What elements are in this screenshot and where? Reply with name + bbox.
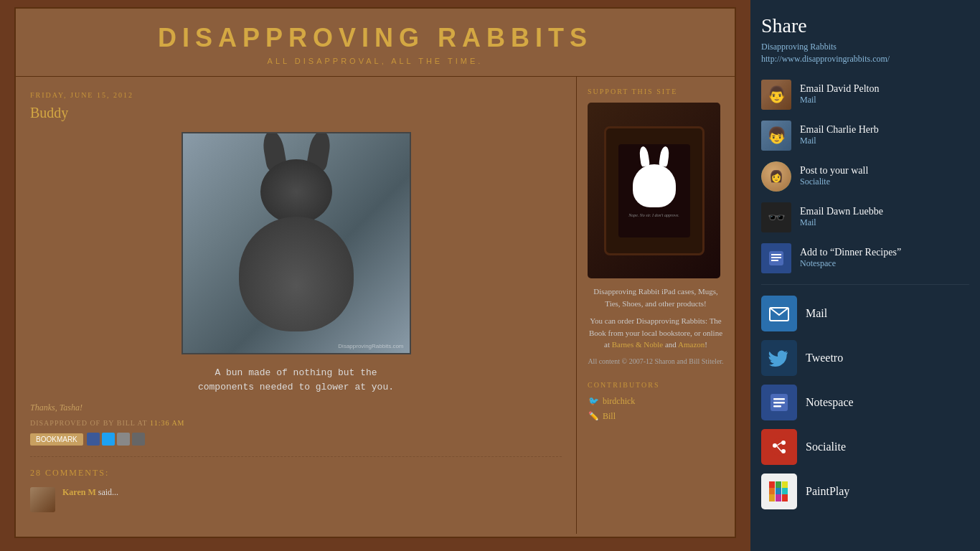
share-item-dawn[interactable]: 🕶️ Email Dawn Luebbe Mail: [761, 202, 969, 232]
email-share-icon[interactable]: [117, 433, 130, 446]
share-item-charlie[interactable]: 👦 Email Charlie Herb Mail: [761, 121, 969, 151]
birdchick-icon: 🐦: [588, 396, 599, 408]
share-item-wall[interactable]: 👩 Post to your wall Socialite: [761, 161, 969, 192]
post-image-container: DisapprovingRabbits.com: [30, 132, 562, 357]
notespace-service-icon: [761, 385, 797, 420]
share-item-david[interactable]: 👨 Email David Pelton Mail: [761, 80, 969, 110]
table-row: Karen M said...: [30, 487, 562, 512]
product-text-1: Disapproving Rabbit iPad cases, Mugs, Ti…: [588, 286, 724, 309]
facebook-share-icon[interactable]: [87, 433, 100, 446]
rabbit-head: [260, 159, 332, 224]
list-item: ✏️ Bill: [588, 411, 724, 423]
avatar-dawn: 🕶️: [761, 202, 791, 232]
dawn-face: 🕶️: [761, 202, 791, 232]
copyright: All content © 2007-12 Sharon and Bill St…: [588, 357, 724, 367]
notespace-svg-icon: [768, 391, 791, 414]
avatar-wall: 👩: [761, 161, 791, 192]
post-time-link[interactable]: 11:36 AM: [150, 419, 184, 427]
share-panel: Share Disapproving Rabbits http://www.di…: [750, 0, 980, 551]
share-item-dinner[interactable]: Add to “Dinner Recipes” Notespace: [761, 243, 969, 273]
share-sub-david: Mail: [800, 95, 969, 105]
twitter-share-icon[interactable]: [102, 433, 115, 446]
share-item-info-wall: Post to your wall Socialite: [800, 165, 969, 187]
share-sub-dawn: Mail: [800, 217, 969, 228]
socialite-service-icon: [761, 429, 797, 465]
case-text: Nope. No sir. I don't approve.: [628, 213, 679, 217]
contributor-birdchick[interactable]: birdchick: [603, 396, 635, 407]
paintplay-svg-icon: [768, 480, 791, 503]
share-item-info-dawn: Email Dawn Luebbe Mail: [800, 206, 969, 228]
svg-point-11: [781, 441, 786, 445]
divider: [30, 456, 562, 457]
svg-rect-26: [782, 494, 788, 501]
support-section: SUPPORT THIS SITE Nope. No sir. I don't …: [588, 88, 724, 367]
comment-text: Karen M said...: [62, 487, 118, 512]
share-name-david: Email David Pelton: [800, 83, 969, 95]
bookmark-button[interactable]: BOOKMARK: [30, 433, 83, 446]
service-item-paintplay[interactable]: PaintPlay: [761, 474, 969, 509]
notespace-small-icon: [766, 248, 786, 268]
contributor-bill[interactable]: Bill: [603, 411, 616, 422]
share-divider: [761, 284, 969, 285]
comment-author[interactable]: Karen M: [62, 487, 96, 497]
post-date: FRIDAY, JUNE 15, 2012: [30, 91, 562, 99]
blog-container: DISAPPROVING RABBITS ALL DISAPPROVAL, AL…: [14, 7, 736, 538]
notespace-service-name: Notespace: [806, 396, 854, 409]
post-meta: DISAPPROVED OF BY BILL AT 11:36 AM: [30, 419, 562, 427]
mail-service-icon: [761, 296, 797, 331]
share-sub-wall: Socialite: [800, 176, 969, 187]
service-item-notespace[interactable]: Notespace: [761, 385, 969, 420]
blog-title: DISAPPROVING RABBITS: [23, 23, 727, 53]
rabbit-body: [239, 217, 354, 331]
contributors-label: CONTRIBUTORS: [588, 381, 724, 389]
social-icons-row: [87, 433, 145, 446]
post-thanks: Thanks, Tasha!: [30, 402, 562, 413]
svg-rect-1: [771, 254, 781, 255]
service-item-tweetro[interactable]: Tweetro: [761, 340, 969, 376]
socialite-svg-icon: [768, 435, 791, 458]
blog-header: DISAPPROVING RABBITS ALL DISAPPROVAL, AL…: [16, 9, 735, 77]
mini-rabbit: [633, 164, 676, 207]
ipad-case: Nope. No sir. I don't approve.: [604, 126, 705, 255]
svg-rect-20: [769, 494, 775, 501]
product-text-2: You can order Disapproving Rabbits: The …: [588, 315, 724, 351]
image-watermark: DisapprovingRabbits.com: [338, 343, 403, 349]
paintplay-service-icon: [761, 474, 797, 509]
service-item-socialite[interactable]: Socialite: [761, 429, 969, 465]
david-face: 👨: [761, 80, 791, 110]
post-image: DisapprovingRabbits.com: [182, 132, 411, 354]
share-name-wall: Post to your wall: [800, 165, 969, 176]
product-image[interactable]: Nope. No sir. I don't approve.: [588, 103, 720, 278]
dinner-face: [761, 243, 791, 273]
post-title[interactable]: Buddy: [30, 105, 562, 121]
wall-face: 👩: [761, 161, 791, 192]
mail-service-name: Mail: [806, 307, 827, 320]
svg-rect-2: [771, 257, 781, 258]
barnes-noble-link[interactable]: Barnes & Noble: [612, 340, 663, 349]
share-name-dinner: Add to “Dinner Recipes”: [800, 247, 969, 258]
contributors-section: CONTRIBUTORS 🐦 birdchick ✏️ Bill: [588, 381, 724, 423]
more-share-icon[interactable]: [132, 433, 145, 446]
share-url: Disapproving Rabbits http://www.disappro…: [761, 41, 969, 65]
socialite-service-name: Socialite: [806, 441, 846, 453]
share-item-info-charlie: Email Charlie Herb Mail: [800, 124, 969, 146]
svg-point-9: [771, 438, 788, 456]
share-name-dawn: Email Dawn Luebbe: [800, 206, 969, 217]
svg-rect-8: [773, 405, 781, 408]
tweetro-svg-icon: [768, 347, 791, 369]
mail-svg-icon: [768, 302, 791, 325]
bookmark-bar: BOOKMARK: [30, 433, 562, 446]
share-item-info-dinner: Add to “Dinner Recipes” Notespace: [800, 247, 969, 269]
svg-rect-24: [782, 481, 788, 488]
main-post: FRIDAY, JUNE 15, 2012 Buddy Disapproving…: [16, 77, 577, 534]
amazon-link[interactable]: Amazon: [678, 340, 705, 349]
bill-icon: ✏️: [588, 411, 599, 423]
list-item: 🐦 birdchick: [588, 396, 724, 408]
service-item-mail[interactable]: Mail: [761, 296, 969, 331]
comments-header: 28 COMMENTS:: [30, 468, 562, 479]
svg-point-10: [773, 443, 777, 448]
avatar-david: 👨: [761, 80, 791, 110]
blog-body: FRIDAY, JUNE 15, 2012 Buddy Disapproving…: [16, 77, 735, 534]
svg-rect-23: [776, 494, 781, 501]
share-url-link[interactable]: http://www.disapprovingrabbits.com/: [761, 54, 890, 64]
